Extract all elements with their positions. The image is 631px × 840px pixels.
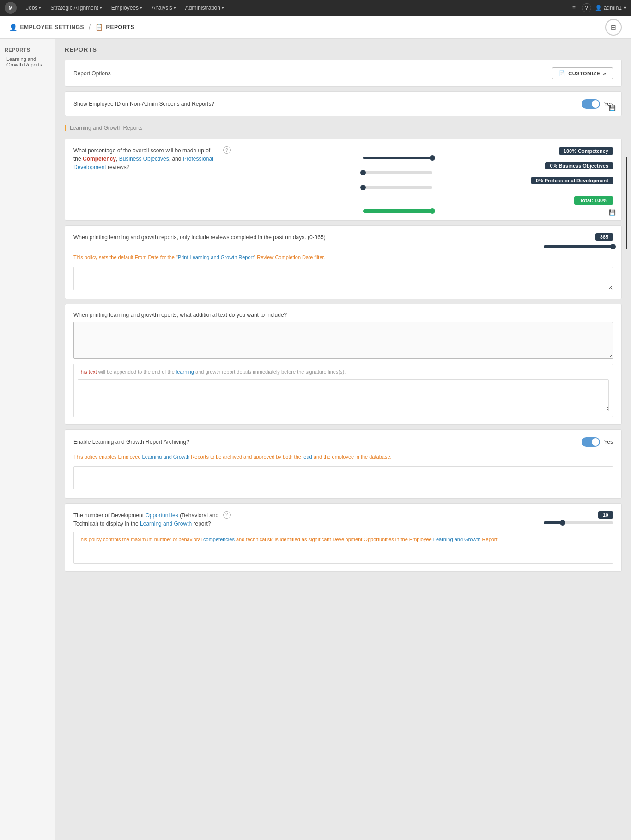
show-employee-id-toggle[interactable] — [582, 99, 600, 109]
competency-fill — [363, 157, 432, 159]
professional-thumb[interactable] — [360, 185, 366, 190]
show-employee-id-card: Show Employee ID on Non-Admin Screens an… — [65, 91, 622, 116]
append-text-area[interactable] — [78, 379, 609, 411]
competency-track — [363, 157, 432, 159]
customize-button[interactable]: 📄 CUSTOMIZE » — [552, 67, 613, 79]
top-navigation: M Jobs ▾ Strategic Alignment ▾ Employees… — [0, 0, 631, 16]
menu-icon[interactable]: ≡ — [570, 4, 578, 12]
dev-opp-right: 10 — [363, 511, 613, 524]
nav-administration[interactable]: Administration ▾ — [182, 0, 228, 16]
archiving-card: Enable Learning and Growth Report Archiv… — [65, 429, 622, 499]
reports-icon: 📋 — [95, 24, 103, 31]
business-slider-row: 0% Business Objectives — [363, 162, 613, 174]
dev-opp-badge: 10 — [598, 511, 613, 519]
employee-settings-label: EMPLOYEE SETTINGS — [20, 24, 85, 30]
strategic-alignment-chevron-icon: ▾ — [100, 6, 102, 10]
dev-cursor-line — [617, 503, 617, 540]
additional-text-card: When printing learning and growth report… — [65, 304, 622, 425]
total-thumb[interactable] — [430, 208, 435, 214]
sidebar: REPORTS Learning and Growth Reports — [0, 39, 55, 840]
percentage-sliders-card: What percentage of the overall score wil… — [65, 139, 622, 221]
days-question: When printing learning and growth report… — [73, 233, 326, 242]
append-note-text: This text will be appended to the end of… — [78, 368, 609, 376]
learning-growth-section-heading-wrapper: Learning and Growth Reports — [65, 121, 622, 139]
help-icon[interactable]: ? — [582, 3, 591, 12]
filter-icon: ⊟ — [611, 24, 616, 31]
total-badge: Total: 100% — [574, 196, 613, 205]
professional-badge: 0% Professional Development — [531, 177, 613, 184]
days-card: When printing learning and growth report… — [65, 225, 622, 299]
archiving-value: Yes — [604, 439, 613, 445]
customize-chevron-icon: » — [603, 71, 606, 76]
dev-opp-question: The number of Development Opportunities … — [73, 511, 219, 528]
business-thumb[interactable] — [360, 170, 366, 175]
total-track — [363, 209, 432, 213]
show-employee-id-toggle-group: Yes — [582, 99, 613, 109]
competency-slider-row: 100% Competency — [363, 147, 613, 159]
show-employee-id-label: Show Employee ID on Non-Admin Screens an… — [73, 101, 214, 107]
business-track — [363, 171, 432, 174]
dev-policy-text: This policy controls the maximum number … — [78, 536, 609, 544]
sliders-right: 100% Competency 0% Bus — [363, 146, 613, 213]
days-inner: When printing learning and growth report… — [73, 233, 613, 291]
analysis-chevron-icon: ▾ — [174, 6, 176, 10]
competency-thumb[interactable] — [430, 155, 435, 161]
employee-settings-icon: 👤 — [9, 24, 18, 31]
percentage-save-icon[interactable]: 💾 — [609, 209, 616, 216]
nav-analysis[interactable]: Analysis ▾ — [148, 0, 180, 16]
days-fill — [544, 245, 613, 248]
archiving-policy-note: This policy enables Employee Learning an… — [73, 453, 613, 461]
business-badge: 0% Business Objectives — [545, 162, 613, 169]
dev-opp-inner: The number of Development Opportunities … — [73, 511, 613, 528]
nav-employees[interactable]: Employees ▾ — [108, 0, 146, 16]
administration-chevron-icon: ▾ — [222, 6, 224, 10]
customize-label: CUSTOMIZE — [568, 71, 600, 76]
percentage-info-icon[interactable]: ? — [223, 146, 231, 154]
reports-breadcrumb[interactable]: 📋 REPORTS — [95, 24, 134, 31]
additional-text-input[interactable] — [73, 322, 613, 359]
nav-right-group: ≡ ? 👤 admin1 ▾ — [570, 3, 626, 12]
sidebar-section-reports: REPORTS — [0, 43, 55, 54]
user-chevron-icon: ▾ — [624, 5, 626, 11]
days-badge: 365 — [595, 233, 613, 241]
user-label: admin1 — [604, 5, 622, 11]
nav-strategic-alignment[interactable]: Strategic Alignment ▾ — [47, 0, 105, 16]
page-title: REPORTS — [65, 46, 622, 53]
reports-label: REPORTS — [106, 24, 134, 30]
archiving-toggle-group: Yes — [582, 437, 613, 447]
employee-settings-breadcrumb[interactable]: 👤 EMPLOYEE SETTINGS — [9, 24, 84, 31]
sidebar-item-learning-growth[interactable]: Learning and Growth Reports — [0, 54, 55, 69]
professional-slider-row: 0% Professional Development — [363, 177, 613, 189]
percentage-question: What percentage of the overall score wil… — [73, 146, 219, 171]
nav-jobs[interactable]: Jobs ▾ — [22, 0, 45, 16]
main-layout: REPORTS Learning and Growth Reports REPO… — [0, 39, 631, 840]
dev-opp-thumb[interactable] — [560, 520, 565, 526]
days-text-area[interactable] — [73, 267, 613, 290]
competency-badge: 100% Competency — [559, 147, 613, 155]
app-logo[interactable]: M — [5, 2, 17, 14]
archiving-toggle-row: Enable Learning and Growth Report Archiv… — [73, 437, 613, 447]
days-policy-note: This policy sets the default From Date f… — [73, 254, 613, 261]
cursor-line — [626, 157, 627, 249]
archiving-text-area[interactable] — [73, 466, 613, 489]
filter-button[interactable]: ⊟ — [605, 19, 622, 36]
breadcrumb-separator: / — [89, 24, 91, 31]
archiving-toggle[interactable] — [582, 437, 600, 447]
employees-chevron-icon: ▾ — [140, 6, 142, 10]
jobs-chevron-icon: ▾ — [39, 6, 41, 10]
percentage-sliders-inner: What percentage of the overall score wil… — [73, 146, 613, 213]
dev-opportunities-card: The number of Development Opportunities … — [65, 503, 622, 572]
report-options-card: Report Options 📄 CUSTOMIZE » — [65, 60, 622, 87]
days-track — [544, 245, 613, 248]
save-icon[interactable]: 💾 — [609, 105, 616, 111]
breadcrumb-bar: 👤 EMPLOYEE SETTINGS / 📋 REPORTS ⊟ — [0, 16, 631, 39]
dev-opp-track — [544, 521, 613, 524]
dev-opp-info-icon[interactable]: ? — [223, 511, 231, 519]
user-menu-button[interactable]: 👤 admin1 ▾ — [595, 5, 626, 11]
user-icon: 👤 — [595, 5, 602, 11]
days-slider-inner: When printing learning and growth report… — [73, 233, 613, 248]
append-note-box: This text will be appended to the end of… — [73, 364, 613, 417]
report-options-label: Report Options — [73, 70, 111, 77]
show-employee-id-row: Show Employee ID on Non-Admin Screens an… — [73, 99, 613, 109]
days-thumb[interactable] — [610, 244, 616, 249]
